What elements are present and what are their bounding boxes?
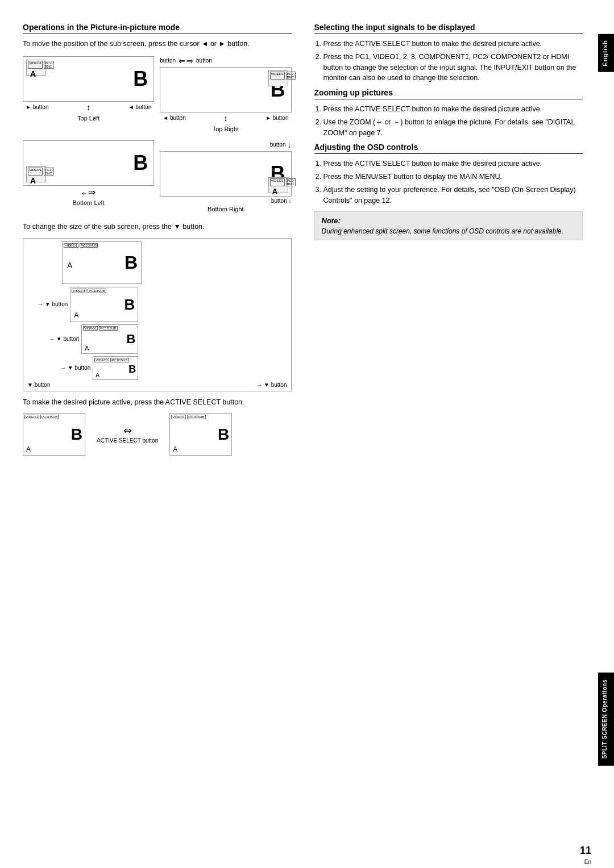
input-signals-list: Press the ACTIVE SELECT button to make t… (314, 39, 583, 84)
zoom-pc1dsub-2: PC1DSUB (88, 289, 106, 293)
topleft-label: Top Left (23, 115, 154, 122)
sub-A-br: A (272, 187, 278, 196)
down-btn-3: → ▼ button (49, 336, 79, 342)
pc2bnc-label-bl: PC2-BNC (44, 168, 54, 176)
sub-A-bl: A (30, 176, 36, 185)
button-label-br-top: button (270, 141, 286, 148)
down-arrow-br: ↓ (288, 140, 292, 149)
zoom-nested-diagrams: → ▼ button VIDEO1 PC1DSUB A B → ▼ butto (38, 287, 288, 380)
pip-topright-subscreen: VIDEO1 PC2-BNC (268, 70, 288, 86)
pip-bottomleft-B: B (133, 151, 148, 175)
main-content: Operations in the Picture-in-picture mod… (23, 23, 583, 461)
osd-list: Press the ACTIVE SELECT button to make t… (314, 158, 583, 206)
pc2bnc-label: PC2-BNC (44, 61, 54, 69)
zoom-screen-3: VIDEO1 PC1DSUB A B (81, 324, 138, 354)
pip-topleft-screen: B VIDEO1 PC2-BNC A (23, 56, 154, 102)
pip-topleft-diagram: B VIDEO1 PC2-BNC A ► button ↕ (23, 56, 154, 135)
down-btn-2: → ▼ button (38, 301, 68, 307)
zoom-A-1: A (67, 261, 72, 270)
note-title: Note: (322, 216, 576, 225)
input-step-2: Press the PC1, VIDEO1, 2, 3, COMPONENT1,… (323, 52, 583, 84)
double-arrow-icon: ⇔ (123, 424, 132, 437)
video1-active-before: VIDEO1 (24, 415, 39, 419)
pip-topright-diagram: button ⇐ ⇒ button B VIDEO1 PC2-BNC (160, 56, 291, 135)
pip-section-title: Operations in the Picture-in-picture mod… (23, 23, 292, 34)
size-change-text: To change the size of the sub screen, pr… (23, 222, 292, 232)
zoom-screen-1: VIDEO1 PC1DSUB A B (62, 241, 142, 284)
zoom-B-4: B (128, 363, 136, 375)
pip-bottomleft-subscreen: VIDEO1 PC2-BNC A (26, 166, 46, 182)
zoom-pc1dsub-3: PC1DSUB (99, 326, 117, 331)
sublabels-br: VIDEO1 PC2-BNC (270, 178, 296, 186)
zoom-labels-4: VIDEO1 PC1DSUB (94, 358, 128, 362)
zoom-row-2: → ▼ button VIDEO1 PC1DSUB A B (38, 287, 288, 322)
pc1dsub-active-after: PC1DSUB (187, 415, 205, 419)
pip-bottomright-subscreen: VIDEO1 PC2-BNC A (268, 177, 288, 193)
zoom-labels-2: VIDEO1 PC1DSUB (72, 289, 106, 293)
page-container: English SPLIT SCREEN Operations 11 En Op… (0, 0, 614, 868)
right-arrow-icon: ⇒ (186, 56, 193, 65)
pip-bottomleft-diagram: B VIDEO1 PC2-BNC A ⇐ ⇒ Bottom L (23, 140, 154, 215)
topright-label: Top Right (160, 126, 291, 132)
active-before-wrapper: VIDEO1 PC1DSUB A B (23, 413, 85, 456)
big-b-before: B (71, 425, 82, 444)
pip-topleft-subscreen: VIDEO1 PC2-BNC A (26, 60, 46, 76)
active-screen-after: VIDEO1 PC1DSUB A B (169, 413, 232, 456)
video1-label-tr: VIDEO1 (270, 72, 285, 80)
sub-A-letter: A (30, 69, 36, 78)
pip-topright-screen: B VIDEO1 PC2-BNC (160, 67, 291, 112)
pip-intro: To move the position of the sub screen, … (23, 39, 292, 49)
left-big-arrow: ⇒ (88, 187, 96, 197)
video1-label: VIDEO1 (28, 61, 43, 69)
zoom-screen-4: VIDEO1 PC1DSUB A B (93, 356, 138, 380)
left-btn: ◄ button (128, 104, 151, 110)
note-box: Note: During enhanced split screen, some… (314, 211, 583, 240)
sublabels: VIDEO1 PC2-BNC (28, 61, 54, 69)
zoom-A-3: A (85, 345, 89, 352)
small-a-before: A (26, 445, 31, 453)
button-label-br-bottom: button ↓ (271, 198, 292, 204)
zoom-diagrams-wrapper: VIDEO1 PC1DSUB A B → ▼ button VI (23, 238, 292, 391)
page-number: 11 (580, 845, 591, 857)
left-column: Operations in the Picture-in-picture mod… (23, 23, 297, 461)
zoom-video1-3: VIDEO1 (83, 326, 98, 331)
active-after-wrapper: VIDEO1 PC1DSUB A B (169, 413, 232, 456)
osd-step-2: Press the MENU/SET button to display the… (323, 172, 583, 182)
zoom-A-4: A (96, 372, 99, 378)
zoom-video1-4: VIDEO1 (94, 358, 109, 362)
zoom-row-3: → ▼ button VIDEO1 PC1DSUB A B (49, 324, 288, 354)
zoom-video1-2: VIDEO1 (72, 289, 86, 293)
bottomright-top-arrow: button ↓ (160, 140, 291, 149)
pip-bottomright-diagram: button ↓ B VIDEO1 PC2-BNC A (160, 140, 291, 215)
split-screen-tab: SPLIT SCREEN Operations (598, 673, 614, 766)
sublabels-tr: VIDEO1 PC2-BNC (270, 72, 296, 80)
pip-diagrams: B VIDEO1 PC2-BNC A ► button ↕ (23, 56, 292, 215)
zoom-bottom-arrows: ▼ button → ▼ button (26, 382, 288, 388)
pip-topleft-B: B (133, 67, 148, 91)
center-arrow: ↕ (86, 103, 90, 112)
pip-bottomright-screen: B VIDEO1 PC2-BNC A (160, 151, 291, 197)
pc2bnc-label-tr: PC2-BNC (286, 72, 296, 80)
zoom-labels-3: VIDEO1 PC1DSUB (83, 326, 117, 331)
button-label-left: button (160, 57, 176, 64)
zoom-B-2: B (124, 295, 135, 313)
big-b-after: B (218, 425, 229, 444)
active-select-diagrams: VIDEO1 PC1DSUB A B ⇔ ACTIVE SELECT butto… (23, 413, 292, 456)
input-signals-title: Selecting the input signals to be displa… (314, 23, 583, 34)
en-label: En (584, 859, 591, 865)
pc2bnc-label-br: PC2-BNC (286, 178, 296, 186)
active-labels-after: VIDEO1 PC1DSUB (171, 415, 205, 419)
right-btn-tr: ► button (265, 115, 288, 121)
zoom-row-1: VIDEO1 PC1DSUB A B (26, 241, 288, 284)
zoom-pc1dsub: PC1DSUB (80, 243, 98, 248)
sublabels-bl: VIDEO1 PC2-BNC (28, 168, 54, 176)
left-arrow-icon: ⇐ (179, 56, 185, 65)
active-labels-before: VIDEO1 PC1DSUB (24, 415, 59, 419)
video1-label-bl: VIDEO1 (28, 168, 43, 176)
zoom-pc1dsub-4: PC1DSUB (110, 358, 128, 362)
right-column: Selecting the input signals to be displa… (314, 23, 583, 461)
active-arrow-wrapper: ⇔ ACTIVE SELECT button (97, 424, 158, 444)
zoom-labels-1: VIDEO1 PC1DSUB (64, 243, 98, 248)
zoom-title: Zooming up pictures (314, 88, 583, 99)
video1-label-br: VIDEO1 (270, 178, 285, 186)
